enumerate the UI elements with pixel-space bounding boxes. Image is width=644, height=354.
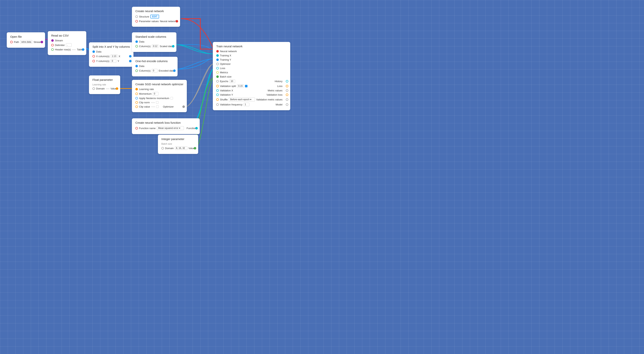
train-nn-nn-label: Neural network xyxy=(220,50,237,53)
read-csv-header-value[interactable] xyxy=(72,49,76,50)
train-nn-epochs-label: Epochs xyxy=(220,80,228,83)
sgd-clip-val-value[interactable] xyxy=(151,106,155,107)
split-xy-ycol-value[interactable]: 0 xyxy=(110,59,116,63)
sgd-clip-norm-checkbox[interactable] xyxy=(156,101,158,104)
train-nn-trainx-port xyxy=(216,54,219,57)
read-csv-delimiter-value[interactable]: . xyxy=(66,43,72,47)
standard-scale-data-label: Data xyxy=(139,40,144,43)
sgd-lr-port xyxy=(136,88,138,90)
train-nn-valmetric-label: Validation metric values xyxy=(256,98,282,101)
standard-scale-title: Standard scale columns xyxy=(136,35,173,38)
train-nn-trainx-label: Training X xyxy=(220,54,231,57)
train-nn-loss-port xyxy=(216,67,219,69)
train-nn-metric-val-port xyxy=(286,89,288,92)
sgd-lr-label: Learning rate xyxy=(139,88,154,91)
open-file-path-label: Path xyxy=(14,40,19,43)
read-csv-header-label: Header row(s) xyxy=(55,48,71,51)
train-nn-shuffle-port xyxy=(216,98,219,101)
train-nn-shuffle-select[interactable]: Before each epoch ▾ xyxy=(229,97,255,101)
train-nn-valy-label: Validation Y xyxy=(220,93,233,96)
float-param-subtitle: Learning rate xyxy=(92,83,117,86)
open-file-stream-port xyxy=(41,41,43,43)
train-nn-loss-label: Loss xyxy=(220,67,225,70)
train-nn-valy-port xyxy=(216,93,219,96)
train-nn-valsplit-port xyxy=(216,85,219,87)
float-param-title: Float parameter xyxy=(92,78,117,81)
train-nn-optimizer-label: Optimizer xyxy=(220,62,231,65)
loss-fn-name-select[interactable]: Mean squared error ▾ xyxy=(157,126,184,130)
standard-scale-node: Standard scale columns Data Column(s) 0:… xyxy=(132,32,176,52)
train-nn-epochs-value[interactable]: 10 xyxy=(229,79,235,83)
split-xy-title: Split into X and Y by columns xyxy=(92,45,130,48)
int-param-node: Integer parameter Batch size Domain 8, 1… xyxy=(158,135,198,154)
standard-scale-scaled-label: Scaled data xyxy=(160,45,173,48)
sgd-clip-val-label: Clip value xyxy=(139,105,150,108)
standard-scale-cols-label: Column(s) xyxy=(139,45,150,48)
train-nn-valloss-port xyxy=(286,93,288,96)
int-param-domain-value[interactable]: 8, 16, 32 xyxy=(175,146,188,150)
create-nn-node: Create neural network Structure EDIT Par… xyxy=(132,7,180,27)
read-csv-stream-port xyxy=(51,39,54,42)
create-nn-param-label: Parameter values xyxy=(139,20,159,23)
split-xy-xcol-value[interactable]: 1:13 xyxy=(110,54,117,58)
standard-scale-cols-value[interactable]: 0:12 xyxy=(152,44,158,48)
train-nn-valsplit-value[interactable]: 0.15 xyxy=(237,84,244,88)
create-nn-edit-btn[interactable]: EDIT xyxy=(150,15,159,18)
read-csv-delimiter-port xyxy=(51,44,54,46)
float-param-domain-label: Domain xyxy=(96,87,105,90)
split-xy-xcol-port xyxy=(92,55,95,57)
split-xy-data-port xyxy=(92,50,95,53)
train-nn-model-port xyxy=(286,103,288,106)
split-xy-ycol-port xyxy=(92,60,95,62)
train-nn-metrics-label: Metrics xyxy=(220,71,228,74)
standard-scale-cols-port xyxy=(136,45,138,47)
train-nn-metric-val-label: Metric values xyxy=(268,89,282,92)
train-nn-valfreq-port xyxy=(216,103,219,106)
int-param-out-port xyxy=(194,147,196,149)
create-nn-out-port xyxy=(176,20,178,22)
create-nn-title: Create neural network xyxy=(136,9,176,13)
create-nn-structure-port xyxy=(136,15,138,18)
train-nn-trainy-label: Training Y xyxy=(220,58,231,61)
int-param-title: Integer parameter xyxy=(162,137,195,141)
one-hot-cols-port xyxy=(136,69,138,72)
float-param-node: Float parameter Learning rate Domain Val… xyxy=(89,75,120,94)
train-nn-shuffle-label: Shuffle xyxy=(220,98,228,101)
one-hot-cols-label: Column(s) xyxy=(139,69,150,72)
train-nn-nn-port xyxy=(216,50,219,52)
sgd-title: Create SGD neural network optimizer xyxy=(136,82,183,86)
train-nn-optimizer-port xyxy=(216,63,219,65)
open-file-node: Open file Path wine.data Stream xyxy=(7,32,45,48)
sgd-momentum-value[interactable]: 0 xyxy=(153,92,158,95)
train-nn-loss-out-port xyxy=(286,85,288,87)
train-nn-valfreq-value[interactable]: 1 xyxy=(244,103,250,106)
loss-fn-name-port xyxy=(136,127,138,129)
open-file-path-port xyxy=(10,41,13,43)
sgd-nesterov-label: Apply Nesterov momentum xyxy=(139,97,169,100)
open-file-path-value[interactable]: wine.data xyxy=(20,40,32,44)
train-nn-valsplit-checkbox[interactable] xyxy=(245,85,248,87)
int-param-domain-port xyxy=(162,147,164,149)
split-xy-x-label: X xyxy=(119,55,120,58)
sgd-clip-norm-value[interactable] xyxy=(151,102,155,103)
read-csv-delimiter-label: Delimiter xyxy=(55,44,65,46)
train-nn-history-port xyxy=(286,80,288,82)
train-nn-valfreq-label: Validation frequency xyxy=(220,103,242,106)
train-nn-epochs-port xyxy=(216,80,219,82)
sgd-clip-val-checkbox[interactable] xyxy=(156,105,159,108)
read-csv-stream-label: Stream xyxy=(55,39,63,42)
float-param-domain-value[interactable] xyxy=(106,88,110,89)
split-xy-node: Split into X and Y by columns Data X col… xyxy=(89,42,134,67)
read-csv-header-port xyxy=(51,48,54,51)
create-nn-param-port xyxy=(136,20,138,22)
split-xy-data-label: Data xyxy=(96,50,101,53)
sgd-nesterov-checkbox[interactable] xyxy=(170,97,173,99)
train-nn-valx-port xyxy=(216,89,219,92)
sgd-nesterov-port xyxy=(136,97,138,99)
train-nn-valsplit-label: Validation split xyxy=(220,85,236,87)
train-nn-batch-label: Batch size xyxy=(220,75,232,78)
one-hot-encoded-label: Encoded data xyxy=(159,69,174,72)
one-hot-data-port xyxy=(136,65,138,67)
one-hot-cols-value[interactable]: 0 xyxy=(152,69,158,72)
loss-fn-node: Create neural network loss function Func… xyxy=(132,118,200,134)
